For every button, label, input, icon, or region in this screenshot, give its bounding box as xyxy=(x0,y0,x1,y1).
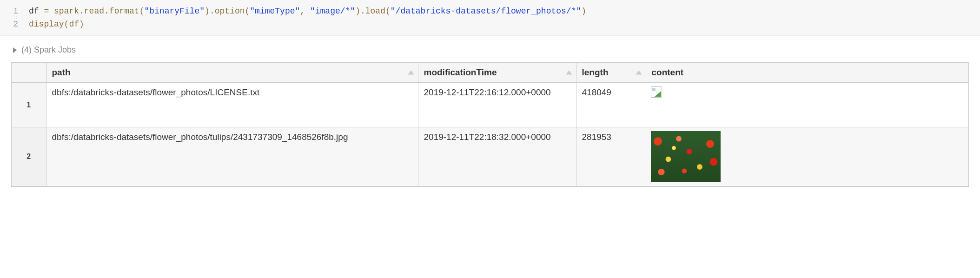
column-header-label: modificationTime xyxy=(424,67,497,77)
code-token: "/databricks-datasets/flower_photos/*" xyxy=(391,7,581,16)
table-row[interactable]: 1 dbfs:/databricks-datasets/flower_photo… xyxy=(12,83,969,127)
code-token: ) xyxy=(581,7,586,16)
line-number: 1 xyxy=(4,5,18,18)
code-token: , xyxy=(300,7,310,16)
cell-length: 281953 xyxy=(576,127,646,186)
spark-jobs-toggle[interactable]: (4) Spark Jobs xyxy=(0,36,980,62)
column-header-modification-time[interactable]: modificationTime xyxy=(418,63,576,83)
code-token: = spark.read.format( xyxy=(44,7,144,16)
image-thumbnail xyxy=(651,131,721,182)
row-index: 2 xyxy=(12,127,46,186)
sort-caret-icon xyxy=(566,71,572,75)
cell-modification-time: 2019-12-11T22:18:32.000+0000 xyxy=(418,127,576,186)
line-number: 2 xyxy=(4,18,18,31)
column-header-index[interactable] xyxy=(12,63,46,83)
code-token: display(df) xyxy=(29,20,84,29)
results-table: path modificationTime length content 1 xyxy=(12,63,969,186)
caret-right-icon xyxy=(13,47,17,53)
cell-path: dbfs:/databricks-datasets/flower_photos/… xyxy=(46,83,418,127)
code-cell[interactable]: 1 2 df = spark.read.format("binaryFile")… xyxy=(0,0,980,36)
column-header-length[interactable]: length xyxy=(576,63,646,83)
code-token: "binaryFile" xyxy=(144,7,205,16)
code-token: "mimeType" xyxy=(250,7,300,16)
table-header-row: path modificationTime length content xyxy=(12,63,969,83)
code-token: "image/*" xyxy=(310,7,355,16)
column-header-label: path xyxy=(52,67,71,77)
cell-content xyxy=(646,83,969,127)
cell-modification-time: 2019-12-11T22:16:12.000+0000 xyxy=(418,83,576,127)
cell-path: dbfs:/databricks-datasets/flower_photos/… xyxy=(46,127,418,186)
sort-caret-icon xyxy=(636,71,642,75)
table-row[interactable]: 2 dbfs:/databricks-datasets/flower_photo… xyxy=(12,127,969,186)
sort-caret-icon xyxy=(408,71,414,75)
column-header-content[interactable]: content xyxy=(646,63,969,83)
code-token: df xyxy=(29,7,44,16)
code-content[interactable]: df = spark.read.format("binaryFile").opt… xyxy=(22,0,593,35)
cell-length: 418049 xyxy=(576,83,646,127)
code-gutter: 1 2 xyxy=(0,0,22,35)
broken-image-icon xyxy=(651,86,662,98)
row-index: 1 xyxy=(12,83,46,127)
column-header-path[interactable]: path xyxy=(46,63,418,83)
column-header-label: content xyxy=(652,67,684,77)
code-line: display(df) xyxy=(29,18,586,31)
code-line: df = spark.read.format("binaryFile").opt… xyxy=(29,5,586,18)
results-table-wrap: path modificationTime length content 1 xyxy=(11,62,969,187)
code-token: ).option( xyxy=(205,7,250,16)
cell-content xyxy=(646,127,969,186)
spark-jobs-label: (4) Spark Jobs xyxy=(21,45,76,55)
column-header-label: length xyxy=(582,67,609,77)
code-token: ).load( xyxy=(355,7,391,16)
